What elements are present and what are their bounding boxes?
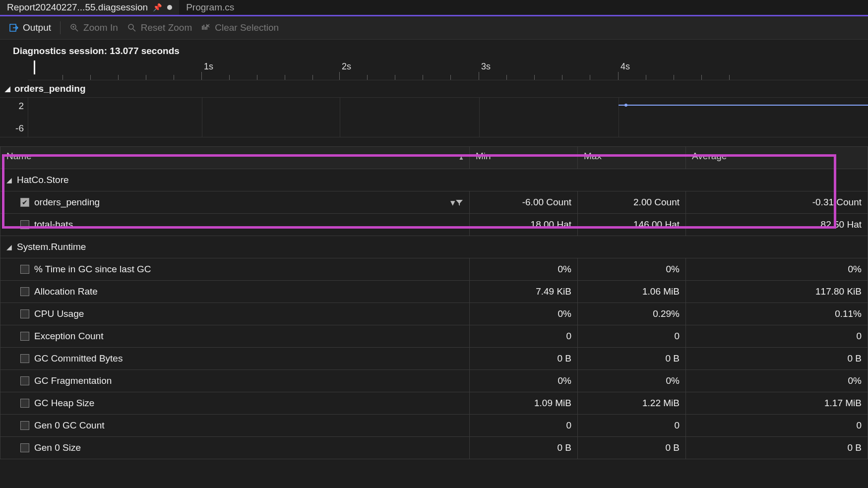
cell-min: 0% <box>470 370 578 392</box>
row-checkbox[interactable] <box>20 376 29 385</box>
session-duration-label: Diagnostics session: 13.077 seconds <box>0 40 868 61</box>
counter-name: GC Heap Size <box>34 398 94 409</box>
table-row[interactable]: ✔orders_pending▾-6.00 Count2.00 Count-0.… <box>0 191 868 214</box>
cell-avg: 1.17 MiB <box>686 392 868 415</box>
cell-min: 7.49 KiB <box>470 281 578 303</box>
playhead-marker[interactable] <box>34 61 35 74</box>
tick-label: 4s <box>620 61 630 72</box>
filter-icon[interactable]: ▾ <box>450 197 463 208</box>
zoom-in-button[interactable]: Zoom In <box>69 22 118 33</box>
cell-max: 0 B <box>578 348 686 370</box>
col-name[interactable]: Name ▲ <box>0 147 470 169</box>
svg-point-2 <box>128 24 133 29</box>
cell-max: 146.00 Hat <box>578 214 686 236</box>
sort-asc-icon: ▲ <box>458 154 464 161</box>
row-checkbox[interactable] <box>20 220 29 229</box>
reset-zoom-label: Reset Zoom <box>141 22 192 33</box>
tick-label: 2s <box>342 61 351 72</box>
cell-avg: 0% <box>686 258 868 281</box>
counter-name: Gen 0 Size <box>34 442 81 453</box>
cell-min: 0 B <box>470 437 578 459</box>
counter-name: Gen 0 GC Count <box>34 420 105 431</box>
counter-name: Allocation Rate <box>34 286 98 297</box>
row-checkbox[interactable] <box>20 332 29 341</box>
cell-avg: 0% <box>686 370 868 392</box>
row-checkbox[interactable] <box>20 354 29 363</box>
row-checkbox[interactable] <box>20 265 29 274</box>
group-row[interactable]: ◢HatCo.Store <box>0 169 868 191</box>
toolbar: Output Zoom In Reset Zoom Clear Selectio… <box>0 16 868 40</box>
col-average[interactable]: Average <box>686 147 868 169</box>
clear-selection-button[interactable]: Clear Selection <box>201 22 279 33</box>
group-name: System.Runtime <box>17 242 86 252</box>
graph-yaxis: 2 -6 <box>0 98 28 137</box>
reset-zoom-button[interactable]: Reset Zoom <box>127 22 192 33</box>
graph-title: orders_pending <box>14 83 86 94</box>
cell-min: 0% <box>470 258 578 281</box>
counter-name: GC Committed Bytes <box>34 353 123 364</box>
counter-name: orders_pending <box>34 197 100 208</box>
clear-selection-label: Clear Selection <box>215 22 279 33</box>
counter-name: CPU Usage <box>34 308 84 319</box>
export-icon <box>9 23 19 33</box>
output-label: Output <box>23 22 51 33</box>
row-checkbox[interactable] <box>20 287 29 296</box>
table-row[interactable]: total-hats18.00 Hat146.00 Hat82.50 Hat <box>0 214 868 236</box>
table-row[interactable]: GC Fragmentation0%0%0% <box>0 370 868 392</box>
pin-icon[interactable]: 📌 <box>153 3 162 12</box>
cell-min: -6.00 Count <box>470 191 578 214</box>
graph-body: 2 -6 <box>0 98 868 137</box>
table-row[interactable]: GC Committed Bytes0 B0 B0 B <box>0 348 868 370</box>
data-point <box>624 104 627 107</box>
table-row[interactable]: Allocation Rate7.49 KiB1.06 MiB117.80 Ki… <box>0 281 868 303</box>
table-header-row: Name ▲ Min Max Average <box>0 147 868 169</box>
col-max[interactable]: Max <box>578 147 686 169</box>
data-line <box>619 105 868 106</box>
collapse-icon: ◢ <box>6 176 12 184</box>
graph-section-header[interactable]: ◢ orders_pending <box>0 80 868 98</box>
cell-max: 2.00 Count <box>578 191 686 214</box>
graph-plot[interactable] <box>28 98 868 137</box>
reset-zoom-icon <box>127 23 137 33</box>
row-checkbox[interactable] <box>20 399 29 408</box>
row-checkbox[interactable] <box>20 421 29 430</box>
table-row[interactable]: Gen 0 Size0 B0 B0 B <box>0 437 868 459</box>
row-checkbox[interactable]: ✔ <box>20 198 29 207</box>
cell-max: 0.29% <box>578 303 686 325</box>
counter-name: total-hats <box>34 219 73 230</box>
cell-avg: 0 <box>686 325 868 348</box>
group-row[interactable]: ◢System.Runtime <box>0 236 868 258</box>
cell-avg: 0 <box>686 415 868 437</box>
zoom-in-label: Zoom In <box>83 22 118 33</box>
table-row[interactable]: Exception Count000 <box>0 325 868 348</box>
cell-max: 0 <box>578 415 686 437</box>
counter-name: GC Fragmentation <box>34 375 112 386</box>
cell-avg: 117.80 KiB <box>686 281 868 303</box>
tab-program[interactable]: Program.cs <box>179 0 241 15</box>
tab-report[interactable]: Report20240227...55.diagsession 📌 <box>0 0 179 15</box>
output-button[interactable]: Output <box>9 22 51 33</box>
timeline-ruler[interactable]: 1s 2s 3s 4s <box>0 61 868 80</box>
table-row[interactable]: Gen 0 GC Count000 <box>0 415 868 437</box>
counters-table-wrap: Name ▲ Min Max Average ◢HatCo.Store✔orde… <box>0 146 868 459</box>
tab-label: Program.cs <box>186 2 234 13</box>
zoom-in-icon <box>69 23 79 33</box>
modified-dot-icon <box>167 5 172 10</box>
cell-avg: 0.11% <box>686 303 868 325</box>
table-row[interactable]: CPU Usage0%0.29%0.11% <box>0 303 868 325</box>
separator <box>60 21 61 34</box>
table-row[interactable]: GC Heap Size1.09 MiB1.22 MiB1.17 MiB <box>0 392 868 415</box>
cell-max: 0 B <box>578 437 686 459</box>
collapse-icon: ◢ <box>5 85 10 93</box>
row-checkbox[interactable] <box>20 309 29 318</box>
col-min[interactable]: Min <box>470 147 578 169</box>
row-checkbox[interactable] <box>20 443 29 452</box>
cell-avg: 82.50 Hat <box>686 214 868 236</box>
cell-max: 0% <box>578 258 686 281</box>
cell-min: 0% <box>470 303 578 325</box>
tick-label: 3s <box>481 61 491 72</box>
cell-min: 0 <box>470 415 578 437</box>
cell-avg: -0.31 Count <box>686 191 868 214</box>
cell-avg: 0 B <box>686 348 868 370</box>
table-row[interactable]: % Time in GC since last GC0%0%0% <box>0 258 868 281</box>
